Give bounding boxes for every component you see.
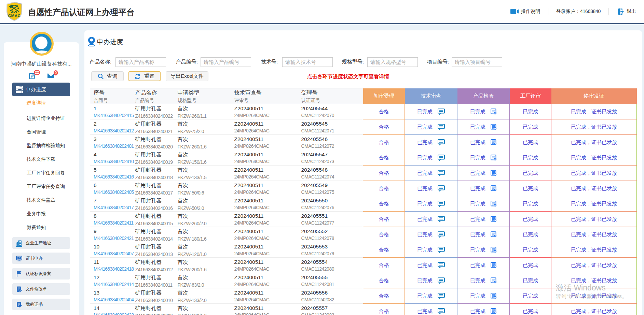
svg-text:CMAC: CMAC [8, 14, 21, 18]
